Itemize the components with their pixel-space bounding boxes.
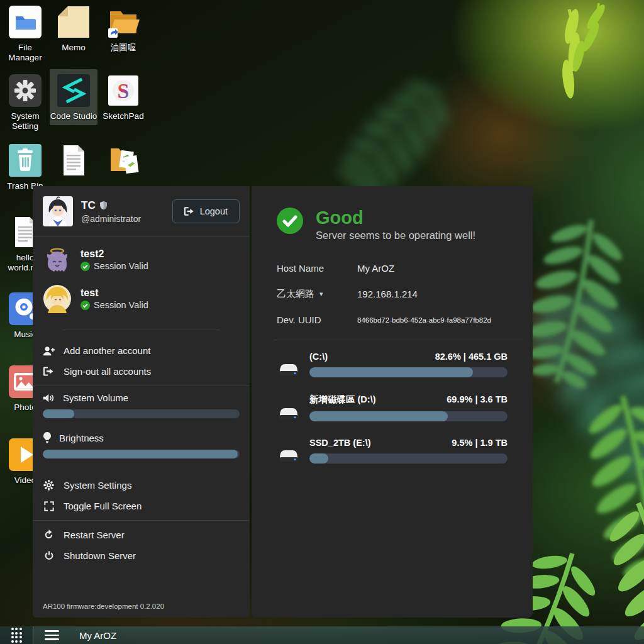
server-status-panel: Good Server seems to be operating well! … (252, 186, 533, 618)
logout-label: Logout (200, 206, 228, 216)
icon-label: SketchPad (99, 111, 147, 121)
icon-label: System Setting (1, 111, 49, 132)
toggle-fullscreen-label: Toggle Full Screen (64, 501, 142, 511)
account-name: test2 (80, 248, 148, 260)
network-dropdown[interactable]: 乙太網路 ▾ (277, 288, 357, 300)
brightness-block: Brightness (33, 427, 250, 467)
volume-slider[interactable] (43, 409, 240, 418)
disk-row-c: (C:\) 82.6% | 465.1 GB (277, 352, 508, 377)
trash-bin-icon (7, 142, 43, 179)
system-settings-label: System Settings (64, 480, 131, 491)
brightness-slider[interactable] (43, 450, 240, 458)
server-health: Good Server seems to be operating well! (277, 208, 508, 242)
signout-all-label: Sign-out all accounts (64, 366, 151, 377)
brightness-fill (43, 450, 238, 458)
signout-icon (43, 367, 55, 376)
fullscreen-icon (43, 501, 55, 511)
shutdown-server-label: Shutdown Server (64, 550, 136, 561)
ip-address-value: 192.168.1.214 (357, 289, 418, 299)
disk-usage: 9.5% | 1.9 TB (452, 438, 508, 448)
icon-label: Memo (50, 43, 97, 53)
session-valid-icon (80, 262, 90, 271)
desktop-icon-document[interactable] (50, 142, 97, 181)
icon-label: 油圖喔 (99, 43, 147, 53)
user-menu-panel: TC @administrator Logout (33, 186, 250, 618)
disk-usage: 69.9% | 3.6 TB (447, 394, 508, 404)
brightness-label: Brightness (59, 433, 104, 443)
add-account-item[interactable]: Add another account (43, 340, 240, 361)
disk-name: 新增磁碟區 (D:\) (309, 394, 376, 406)
signout-all-item[interactable]: Sign-out all accounts (43, 361, 240, 382)
account-status: Session Valid (94, 261, 148, 271)
file-manager-icon (7, 4, 43, 40)
status-headline: Good (316, 208, 475, 227)
desktop-icon-trash-bin[interactable]: Trash Bin (1, 142, 49, 191)
user-header: TC @administrator Logout (33, 186, 250, 236)
disk-name: (C:\) (309, 352, 328, 362)
restart-server-item[interactable]: Restart Server (43, 525, 240, 545)
taskbar: My ArOZ (0, 626, 644, 644)
logout-icon (184, 207, 194, 216)
info-row-hostname: Host Name My ArOZ (277, 263, 508, 274)
volume-fill (43, 409, 74, 418)
account-row-test[interactable]: test Session Valid (43, 284, 240, 313)
hdd-icon (277, 361, 301, 377)
divider (274, 340, 523, 340)
account-info: test Session Valid (80, 287, 148, 310)
app-launcher-button[interactable] (0, 626, 33, 644)
disk-row-e: SSD_2TB (E:\) 9.5% | 1.9 TB (277, 438, 508, 464)
desktop-icon-shortcut-folder[interactable]: 油圖喔 (99, 4, 147, 53)
desktop-icon-file-manager[interactable]: File Manager (1, 4, 49, 64)
memo-icon (55, 4, 92, 40)
account-avatar-test (43, 284, 72, 313)
document-icon (55, 142, 92, 179)
server-info: Host Name My ArOZ 乙太網路 ▾ 192.168.1.214 D… (277, 263, 508, 325)
user-plus-icon (43, 346, 55, 356)
user-identity: TC @administrator (81, 199, 141, 224)
disk-list: (C:\) 82.6% | 465.1 GB 新增磁碟區 (D:\) 69.9%… (277, 352, 508, 464)
desktop-icon-sketchpad[interactable]: S SketchPad (99, 72, 147, 121)
disk-usage-fill (309, 411, 448, 421)
desktop-icon-system-setting[interactable]: System Setting (1, 72, 49, 132)
account-status: Session Valid (94, 300, 148, 310)
desktop-icon-folder-files[interactable] (99, 142, 147, 181)
user-avatar (43, 196, 73, 226)
volume-block: System Volume (33, 386, 250, 427)
disk-usage-fill (309, 367, 473, 377)
power-actions: Restart Server Shutdown Server (33, 521, 250, 570)
system-setting-icon (7, 72, 43, 109)
account-row-test2[interactable]: test2 Session Valid (43, 245, 240, 274)
network-label: 乙太網路 (277, 288, 314, 300)
add-account-label: Add another account (64, 345, 150, 356)
chevron-down-icon: ▾ (319, 290, 323, 298)
desktop-icon-code-studio[interactable]: Code Studio (50, 69, 97, 125)
brightness-bulb-icon (43, 432, 52, 443)
uuid-value: 8466bd72-bdb6-452a-abc9-fa98a77fb82d (357, 316, 491, 324)
icon-label: Code Studio (50, 111, 97, 121)
disk-name: SSD_2TB (E:\) (309, 438, 371, 448)
hamburger-menu-button[interactable] (42, 628, 62, 643)
account-actions: Add another account Sign-out all account… (33, 336, 250, 386)
session-valid-icon (80, 301, 90, 310)
app-grid-icon (11, 628, 22, 643)
account-info: test2 Session Valid (80, 248, 148, 271)
taskbar-title: My ArOZ (79, 630, 116, 641)
logout-button[interactable]: Logout (172, 199, 240, 223)
shortcut-folder-icon (105, 4, 142, 40)
firmware-version: AR100 firmware:development 0.2.020 (33, 599, 250, 618)
account-name: test (80, 287, 148, 299)
system-settings-item[interactable]: System Settings (43, 475, 240, 496)
shutdown-server-item[interactable]: Shutdown Server (43, 545, 240, 566)
sketchpad-icon: S (105, 72, 142, 109)
desktop-icon-memo[interactable]: Memo (50, 4, 97, 53)
restart-icon (43, 530, 55, 540)
toggle-fullscreen-item[interactable]: Toggle Full Screen (43, 496, 240, 516)
volume-icon (43, 393, 55, 403)
hostname-label: Host Name (277, 263, 324, 274)
taskbar-separator (33, 626, 33, 644)
code-studio-icon (55, 72, 92, 109)
user-handle: @administrator (81, 214, 141, 224)
disk-row-d: 新增磁碟區 (D:\) 69.9% | 3.6 TB (277, 394, 508, 421)
folder-files-icon (105, 142, 142, 179)
info-row-network: 乙太網路 ▾ 192.168.1.214 (277, 288, 508, 300)
